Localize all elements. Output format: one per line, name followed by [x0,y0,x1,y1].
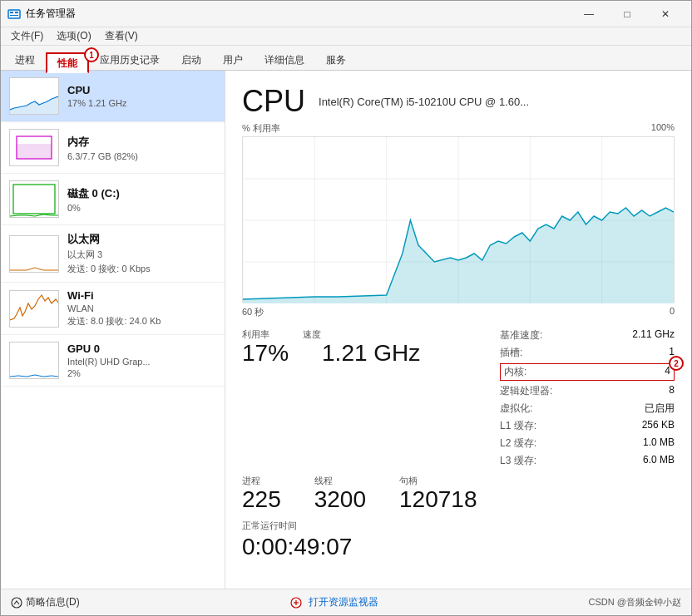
uptime-value: 0:00:49:07 [242,534,675,560]
handle-label: 句柄 [399,475,477,487]
uptime-label: 正常运行时间 [242,520,675,532]
process-label: 进程 [242,475,281,487]
tab-bar: 进程 性能 1 应用历史记录 启动 用户 详细信息 服务 [1,46,691,71]
title-bar: 任务管理器 — □ ✕ [1,1,691,27]
spec-l1-val: 256 KB [642,419,675,433]
wifi-device-sub1: WLAN [67,303,216,313]
stats-labels: 利用率 速度 [242,328,492,341]
menu-bar: 文件(F) 选项(O) 查看(V) [1,27,691,46]
chart-axis-labels: % 利用率 100% [242,122,675,135]
spec-base-speed-key: 基准速度: [500,328,542,342]
spec-logical-key: 逻辑处理器: [500,384,552,398]
spec-l2-key: L2 缓存: [500,436,536,451]
tab-services[interactable]: 服务 [315,49,357,71]
eth-device-sub1: 以太网 3 [67,249,216,261]
usage-label: 利用率 [242,328,269,341]
wifi-mini-svg [10,291,58,327]
gpu-device-info: GPU 0 Intel(R) UHD Grap... 2% [67,342,216,378]
mem-mini-svg [10,130,58,165]
spec-base-speed: 基准速度: 2.11 GHz [500,328,675,342]
window-title: 任务管理器 [26,7,76,21]
stats-values: 17% 1.21 GHz [242,341,492,367]
bottom-bar: 简略信息(D) 打开资源监视器 CSDN @音频金钟小赵 [1,589,691,615]
device-item-memory[interactable]: 内存 6.3/7.7 GB (82%) [1,122,225,174]
gpu-device-name: GPU 0 [67,342,216,355]
menu-options[interactable]: 选项(O) [50,27,97,45]
thread-value: 3200 [314,487,366,513]
menu-file[interactable]: 文件(F) [4,27,50,45]
tab-details[interactable]: 详细信息 [254,49,315,71]
mem-device-sub: 6.3/7.7 GB (82%) [67,151,216,161]
eth-mini-chart-container [9,235,59,273]
tab-app-history[interactable]: 应用历史记录 [89,49,171,71]
right-panel: CPU Intel(R) Core(TM) i5-10210U CPU @ 1.… [225,71,691,589]
gpu-device-sub1: Intel(R) UHD Grap... [67,357,216,367]
wifi-mini-chart-container [9,290,59,328]
spec-l1: L1 缓存: 256 KB [500,419,675,433]
device-item-wifi[interactable]: Wi-Fi WLAN 发送: 8.0 接收: 24.0 Kb [1,283,225,335]
thread-stat: 线程 3200 [314,475,366,513]
device-item-disk[interactable]: 磁盘 0 (C:) 0% [1,174,225,225]
cpu-chart-svg [243,137,674,303]
svg-rect-1 [10,12,13,13]
close-button[interactable]: ✕ [646,1,685,27]
uptime-section: 正常运行时间 0:00:49:07 [242,520,675,560]
resource-monitor-icon [290,597,302,609]
disk-device-sub: 0% [67,203,216,213]
cpu-model-text: Intel(R) Core(TM) i5-10210U CPU @ 1.60..… [319,96,529,108]
cpu-chart-container [242,136,675,303]
speed-label-wrap: 速度 [303,328,321,341]
svg-point-24 [12,598,22,608]
eth-mini-svg [10,236,58,272]
time-label-right: 0 [670,306,675,318]
wifi-device-info: Wi-Fi WLAN 发送: 8.0 接收: 24.0 Kb [67,289,216,328]
tab-process[interactable]: 进程 [4,49,46,71]
disk-mini-chart-container [9,180,59,218]
stats-row-1: 利用率 速度 17% 1.21 GHz 基准速度: 2. [242,328,675,471]
cpu-device-name: CPU [67,84,216,96]
svg-rect-13 [10,342,58,378]
spec-l2-val: 1.0 MB [643,436,675,451]
resource-monitor-link[interactable]: 打开资源监视器 [309,595,378,609]
process-value: 225 [242,487,281,513]
spec-socket-key: 插槽: [500,346,522,360]
svg-rect-12 [10,291,58,327]
device-item-gpu[interactable]: GPU 0 Intel(R) UHD Grap... 2% [1,335,225,387]
menu-view[interactable]: 查看(V) [98,27,145,45]
handle-stat: 句柄 120718 [399,475,477,513]
device-item-cpu[interactable]: CPU 17% 1.21 GHz [1,71,225,122]
tab-startup[interactable]: 启动 [171,49,212,71]
spec-l2: L2 缓存: 1.0 MB [500,436,675,451]
tab-users[interactable]: 用户 [212,49,254,71]
minimize-button[interactable]: — [570,1,608,27]
disk-mini-svg [10,181,58,217]
stats-row-2: 进程 225 线程 3200 句柄 120718 [242,475,675,513]
svg-rect-3 [10,15,18,16]
maximize-button[interactable]: □ [608,1,646,27]
eth-device-sub2: 发送: 0 接收: 0 Kbps [67,263,216,275]
cpu-mini-chart-container [9,77,59,115]
mem-mini-chart-container [9,129,59,166]
tab-performance[interactable]: 性能 [46,52,89,73]
marker-1: 1 [84,47,99,62]
spec-logical: 逻辑处理器: 8 [500,384,675,398]
handle-value: 120718 [399,487,477,513]
speed-value: 1.21 GHz [322,341,420,367]
gpu-mini-chart-container [9,342,59,379]
spec-l3: L3 缓存: 6.0 MB [500,454,675,468]
left-panel: CPU 17% 1.21 GHz 内存 6.3/7.7 GB (82%) [1,71,225,589]
summary-info-button[interactable]: 简略信息(D) [11,595,80,609]
spec-base-speed-val: 2.11 GHz [632,328,675,342]
chevron-up-icon [11,597,22,609]
wifi-device-sub2: 发送: 8.0 接收: 24.0 Kb [67,315,216,328]
device-item-ethernet[interactable]: 以太网 以太网 3 发送: 0 接收: 0 Kbps [1,225,225,283]
disk-device-info: 磁盘 0 (C:) 0% [67,186,216,213]
cpu-specs: 基准速度: 2.11 GHz 插槽: 1 内核: 4 2 逻辑处理器: 8 [492,328,675,471]
cpu-mini-svg [10,78,58,114]
spec-logical-val: 8 [669,384,675,398]
eth-device-name: 以太网 [67,232,216,247]
title-controls: — □ ✕ [570,1,685,27]
spec-cores: 内核: 4 2 [500,363,675,381]
svg-rect-11 [10,236,58,272]
eth-device-info: 以太网 以太网 3 发送: 0 接收: 0 Kbps [67,232,216,275]
